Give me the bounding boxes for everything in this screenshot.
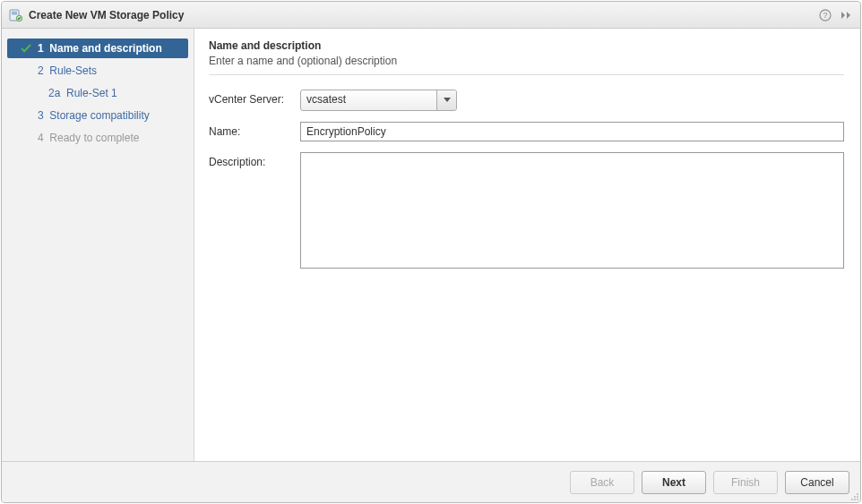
finish-button: Finish bbox=[713, 471, 778, 494]
page-subtitle: Enter a name and (optional) description bbox=[209, 55, 844, 67]
step-num: 1 bbox=[38, 42, 44, 55]
checkmark-icon bbox=[20, 42, 32, 55]
divider bbox=[209, 74, 844, 75]
resize-grip-icon[interactable] bbox=[849, 491, 859, 501]
step-name-and-description[interactable]: 1 Name and description bbox=[7, 38, 188, 58]
policy-icon bbox=[9, 8, 23, 22]
svg-text:?: ? bbox=[823, 11, 827, 20]
name-label: Name: bbox=[209, 122, 300, 138]
name-row: Name: bbox=[209, 122, 844, 141]
svg-point-6 bbox=[857, 493, 858, 495]
step-label: Rule-Sets bbox=[49, 64, 97, 77]
dialog-body: 1 Name and description 2 Rule-Sets 2a Ru… bbox=[2, 29, 860, 461]
main-panel: Name and description Enter a name and (o… bbox=[194, 29, 860, 461]
wizard-sidebar: 1 Name and description 2 Rule-Sets 2a Ru… bbox=[2, 29, 194, 461]
step-ready-to-complete: 4 Ready to complete bbox=[7, 128, 188, 148]
step-spacer bbox=[20, 132, 32, 144]
step-storage-compatibility[interactable]: 3 Storage compatibility bbox=[7, 106, 188, 125]
create-storage-policy-dialog: Create New VM Storage Policy ? bbox=[1, 1, 861, 503]
window-title: Create New VM Storage Policy bbox=[29, 9, 817, 21]
step-num: 3 bbox=[38, 109, 44, 122]
chevron-down-icon[interactable] bbox=[436, 90, 456, 110]
svg-rect-1 bbox=[12, 12, 17, 13]
step-num: 2 bbox=[38, 64, 44, 77]
titlebar: Create New VM Storage Policy ? bbox=[2, 2, 860, 29]
step-label: Name and description bbox=[49, 42, 161, 55]
step-spacer bbox=[20, 109, 32, 122]
step-num: 4 bbox=[38, 132, 44, 144]
name-input[interactable] bbox=[300, 122, 844, 141]
step-spacer bbox=[20, 64, 32, 77]
next-button[interactable]: Next bbox=[642, 471, 706, 494]
description-row: Description: bbox=[209, 152, 844, 269]
vcenter-combo[interactable]: vcsatest bbox=[300, 90, 457, 111]
back-button: Back bbox=[570, 471, 634, 494]
svg-point-9 bbox=[851, 499, 853, 500]
description-label: Description: bbox=[209, 152, 300, 168]
step-label: Storage compatibility bbox=[49, 109, 149, 122]
expand-icon[interactable] bbox=[839, 7, 855, 23]
cancel-button[interactable]: Cancel bbox=[785, 471, 849, 494]
vcenter-value: vcsatest bbox=[301, 90, 436, 110]
step-num: 2a bbox=[48, 87, 60, 99]
svg-point-7 bbox=[854, 496, 856, 498]
svg-point-10 bbox=[854, 499, 856, 500]
step-label: Ready to complete bbox=[49, 132, 139, 144]
help-icon[interactable]: ? bbox=[817, 7, 833, 23]
dialog-footer: Back Next Finish Cancel bbox=[2, 461, 860, 502]
step-rule-sets[interactable]: 2 Rule-Sets bbox=[7, 61, 188, 81]
window-controls: ? bbox=[817, 7, 855, 23]
vcenter-label: vCenter Server: bbox=[209, 90, 300, 106]
svg-point-11 bbox=[857, 499, 858, 500]
step-label: Rule-Set 1 bbox=[66, 87, 117, 99]
vcenter-row: vCenter Server: vcsatest bbox=[209, 90, 844, 111]
step-rule-set-1[interactable]: 2a Rule-Set 1 bbox=[7, 83, 188, 103]
description-textarea[interactable] bbox=[300, 152, 844, 269]
page-title: Name and description bbox=[209, 39, 844, 52]
svg-point-8 bbox=[857, 496, 858, 498]
svg-rect-2 bbox=[12, 13, 17, 14]
